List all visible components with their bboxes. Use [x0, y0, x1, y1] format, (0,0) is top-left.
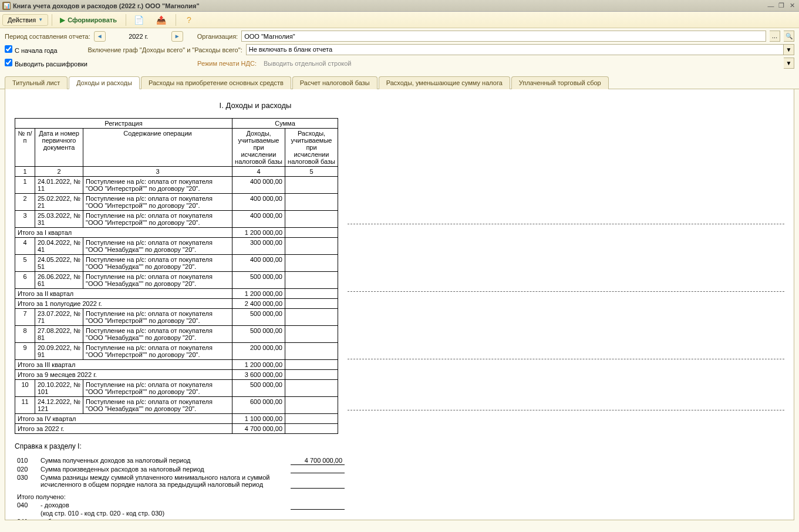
tab-reducing-expenses[interactable]: Расходы, уменьшающие сумму налога — [379, 76, 510, 89]
total-income: 1 200 000,00 — [232, 360, 285, 370]
total-income: 1 100 000,00 — [232, 414, 285, 424]
ref-code: 030 — [15, 473, 38, 489]
vat-dropdown-button[interactable]: ▼ — [784, 58, 794, 69]
decode-checkbox[interactable]: Выводить расшифровки — [5, 59, 87, 68]
header-income: Доходы, учитываемые при исчислении налог… — [232, 129, 285, 167]
total-expense — [285, 370, 338, 380]
cell-income: 500 000,00 — [232, 380, 285, 397]
ref-val[interactable] — [291, 501, 345, 509]
table-row[interactable]: 4 20.04.2022, № 41 Поступление на р/с: о… — [15, 238, 338, 255]
help-button[interactable]: ? — [178, 12, 200, 28]
cell-n: 6 — [15, 272, 35, 289]
tab-title-page[interactable]: Титульный лист — [5, 76, 68, 89]
cell-expense — [285, 211, 338, 228]
actions-menu[interactable]: Действия ▼ — [2, 14, 48, 26]
cell-expense — [285, 255, 338, 272]
toolbar-icon-1[interactable]: 📄 — [129, 12, 150, 28]
total-expense — [285, 360, 338, 370]
total-label: Итого за 2022 г. — [15, 424, 232, 434]
section-title: I. Доходы и расходы — [167, 101, 343, 110]
cell-doc: 24.12.2022, № 121 — [35, 397, 83, 414]
close-button[interactable]: ✕ — [787, 2, 797, 10]
cell-expense — [285, 272, 338, 289]
cell-income: 200 000,00 — [232, 343, 285, 360]
cell-expense — [285, 194, 338, 211]
minimize-button[interactable]: — — [766, 2, 776, 10]
total-income: 3 600 000,00 — [232, 370, 285, 380]
ref-val[interactable] — [291, 473, 345, 489]
header-expense: Расходы, учитываемые при исчислении нало… — [285, 129, 338, 167]
table-row[interactable]: 2 25.02.2022, № 21 Поступление на р/с: о… — [15, 194, 338, 211]
colnum-5: 5 — [285, 167, 338, 177]
header-doc: Дата и номер первичного документа — [35, 129, 83, 167]
total-expense — [285, 424, 338, 434]
table-row[interactable]: 3 25.03.2022, № 31 Поступление на р/с: о… — [15, 211, 338, 228]
table-row[interactable]: 11 24.12.2022, № 121 Поступление на р/с:… — [15, 397, 338, 414]
include-label: Включение граф "Доходы всего" и "Расходы… — [88, 46, 242, 53]
titlebar: 📊 Книга учета доходов и расходов (2022 г… — [0, 0, 799, 12]
org-field[interactable]: ООО "Магнолия" — [241, 31, 766, 42]
ref-total-label: Итого получено: — [15, 489, 345, 501]
org-select-button[interactable]: … — [770, 31, 780, 42]
cell-doc: 25.03.2022, № 31 — [35, 211, 83, 228]
table-row[interactable]: 10 20.10.2022, № 101 Поступление на р/с:… — [15, 380, 338, 397]
org-search-button[interactable]: 🔍 — [784, 31, 794, 42]
include-select[interactable]: Не включать в бланк отчета — [246, 44, 784, 55]
cell-n: 5 — [15, 255, 35, 272]
include-dropdown-button[interactable]: ▼ — [784, 44, 794, 55]
from-start-cb[interactable] — [5, 45, 12, 53]
table-row[interactable]: 9 20.09.2022, № 91 Поступление на р/с: о… — [15, 343, 338, 360]
cell-income: 300 000,00 — [232, 238, 285, 255]
separator — [176, 14, 176, 26]
cell-doc: 26.06.2022, № 61 — [35, 272, 83, 289]
tabs: Титульный лист Доходы и расходы Расходы … — [0, 73, 799, 89]
form-button[interactable]: ▶ Сформировать — [55, 14, 122, 26]
colnum-2: 2 — [35, 167, 83, 177]
table-row[interactable]: 5 24.05.2022, № 51 Поступление на р/с: о… — [15, 255, 338, 272]
cell-doc: 24.05.2022, № 51 — [35, 255, 83, 272]
cell-op: Поступление на р/с: оплата от покупателя… — [83, 177, 232, 194]
total-label: Итого за I квартал — [15, 228, 232, 238]
table-row[interactable]: 8 27.08.2022, № 81 Поступление на р/с: о… — [15, 326, 338, 343]
tab-income-expense[interactable]: Доходы и расходы — [69, 76, 140, 89]
total-row: Итого за IV квартал 1 100 000,00 — [15, 414, 338, 424]
period-next-button[interactable]: ► — [171, 31, 183, 42]
table-row[interactable]: 6 26.06.2022, № 61 Поступление на р/с: о… — [15, 272, 338, 289]
table-row[interactable]: 7 23.07.2022, № 71 Поступление на р/с: о… — [15, 309, 338, 326]
dashed-extension — [348, 410, 784, 410]
table-row[interactable]: 1 24.01.2022, № 11 Поступление на р/с: о… — [15, 177, 338, 194]
total-row: Итого за 1 полугодие 2022 г. 2 400 000,0… — [15, 299, 338, 309]
org-label: Организация: — [197, 33, 238, 40]
ref-val[interactable]: 4 700 000,00 — [291, 456, 345, 465]
period-value: 2022 г. — [109, 33, 168, 40]
cell-expense — [285, 177, 338, 194]
toolbar-icon-2[interactable]: 📤 — [151, 12, 172, 28]
total-expense — [285, 299, 338, 309]
from-start-label: С начала года — [15, 47, 58, 54]
cell-n: 7 — [15, 309, 35, 326]
cell-n: 9 — [15, 343, 35, 360]
ref-val[interactable] — [291, 517, 345, 520]
from-start-checkbox[interactable]: С начала года — [5, 45, 58, 54]
ref-val[interactable] — [291, 465, 345, 473]
cell-income: 400 000,00 — [232, 177, 285, 194]
header-sum: Сумма — [232, 119, 338, 129]
export-icon: 📤 — [156, 15, 167, 25]
tab-tax-base[interactable]: Расчет налоговой базы — [292, 76, 377, 89]
dashed-extension — [348, 224, 784, 224]
total-expense — [285, 228, 338, 238]
total-income: 4 700 000,00 — [232, 424, 285, 434]
tab-fixed-assets[interactable]: Расходы на приобретение основных средств — [141, 76, 291, 89]
period-prev-button[interactable]: ◄ — [94, 31, 106, 42]
tab-trade-fee[interactable]: Уплаченный торговый сбор — [511, 76, 609, 89]
colnum-4: 4 — [232, 167, 285, 177]
ref-text: Сумма произведенных расходов за налоговы… — [38, 465, 291, 473]
decode-cb[interactable] — [5, 59, 12, 66]
ref-text: - доходов — [38, 501, 291, 509]
decode-label: Выводить расшифровки — [15, 60, 87, 68]
actions-label: Действия — [8, 16, 36, 23]
total-label: Итого за III квартал — [15, 360, 232, 370]
cell-n: 2 — [15, 194, 35, 211]
cell-doc: 24.01.2022, № 11 — [35, 177, 83, 194]
maximize-button[interactable]: ❐ — [777, 2, 786, 10]
